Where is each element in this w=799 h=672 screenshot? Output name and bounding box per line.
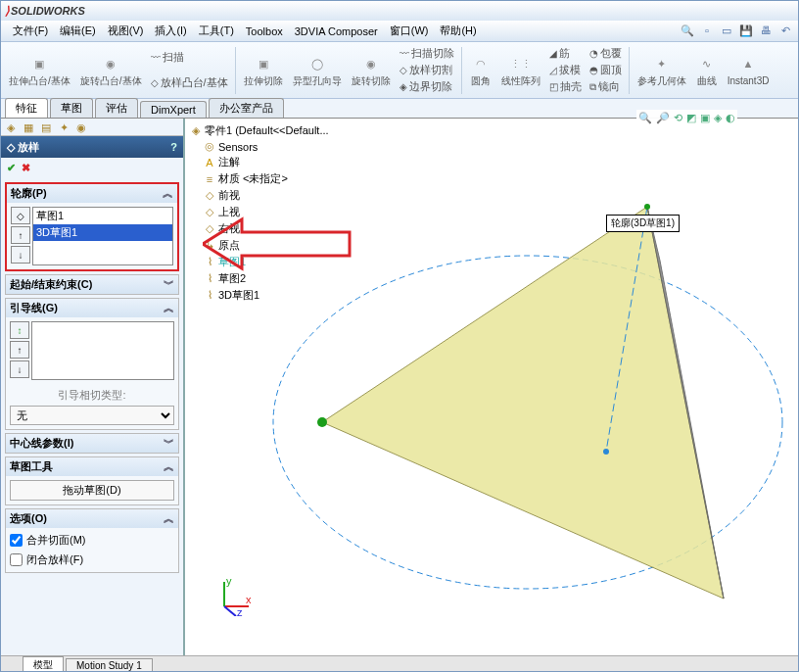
close-loft-checkbox[interactable]: 闭合放样(F) <box>10 552 174 568</box>
revolve-cut-icon: ◉ <box>361 54 381 73</box>
dome-button[interactable]: ◓ 圆顶 <box>587 62 625 78</box>
guide-up-button[interactable]: ↑ <box>10 341 29 359</box>
instant3d-button[interactable]: ▲Instant3D <box>724 45 774 96</box>
display-mgr-icon[interactable]: ◉ <box>73 120 89 134</box>
fillet-icon: ◠ <box>471 54 491 73</box>
pm-title: 放样 <box>18 140 39 155</box>
svg-point-5 <box>603 449 609 455</box>
move-up-button[interactable]: ↑ <box>11 226 30 244</box>
tab-office[interactable]: 办公室产品 <box>209 98 284 118</box>
guide-group: 引导线(G)︽ ↕ ↑ ↓ 引导相切类型: 无 <box>5 298 179 430</box>
profile-item-1[interactable]: 草图1 <box>33 208 172 224</box>
mirror-button[interactable]: ⧉ 镜向 <box>587 78 625 95</box>
curves-button[interactable]: ∿曲线 <box>692 45 722 96</box>
pm-confirm-bar: ✔ ✖ <box>1 158 183 177</box>
svg-marker-2 <box>322 207 724 599</box>
view-triad: x y z <box>214 577 254 616</box>
sketch-tools-header[interactable]: 草图工具︽ <box>6 457 178 476</box>
profile-item-2[interactable]: 3D草图1 <box>33 224 172 241</box>
drag-sketch-button[interactable]: 拖动草图(D) <box>10 480 174 501</box>
print-icon[interactable]: 🖶 <box>759 24 773 37</box>
menu-view[interactable]: 视图(V) <box>102 22 150 40</box>
loft-cut-button[interactable]: ◇ 放样切割 <box>397 62 457 78</box>
start-end-header[interactable]: 起始/结束约束(C)︾ <box>6 275 178 294</box>
tab-sketch[interactable]: 草图 <box>50 98 93 118</box>
tab-dimxpert[interactable]: DimXpert <box>140 101 207 118</box>
menu-3dvia[interactable]: 3DVIA Composer <box>289 24 384 39</box>
sweep-cut-button[interactable]: 〰 扫描切除 <box>397 45 457 62</box>
menu-edit[interactable]: 编辑(E) <box>54 22 102 40</box>
options-header[interactable]: 选项(O)︽ <box>6 509 178 528</box>
linear-pattern-button[interactable]: ⋮⋮线性阵列 <box>497 45 544 96</box>
graphics-viewport[interactable]: 🔍 🔎 ⟲ ◩ ▣ ◈ ◐ ◈零件1 (Default<<Default... … <box>185 119 798 655</box>
profile-diamond-button[interactable]: ◇ <box>11 207 30 224</box>
tab-evaluate[interactable]: 评估 <box>95 98 138 118</box>
guide-icon-button[interactable]: ↕ <box>10 321 29 339</box>
merge-tangent-checkbox[interactable]: 合并切面(M) <box>10 532 174 549</box>
rib-button[interactable]: ◢ 筋 <box>546 45 585 62</box>
svg-text:y: y <box>226 577 232 587</box>
open-icon[interactable]: ▭ <box>720 24 733 37</box>
expand-icon: ︾ <box>164 436 174 451</box>
menu-help[interactable]: 帮助(H) <box>434 22 482 40</box>
menu-toolbox[interactable]: Toolbox <box>240 24 289 39</box>
panel-tab-icons: ◈ ▦ ▤ ✦ ◉ <box>1 119 183 136</box>
shell-button[interactable]: ◰ 抽壳 <box>546 78 585 95</box>
save-icon[interactable]: 💾 <box>739 24 753 37</box>
guide-tangent-select[interactable]: 无 <box>10 406 174 425</box>
cancel-button[interactable]: ✖ <box>22 162 30 174</box>
svg-point-6 <box>317 417 327 427</box>
collapse-icon: ︽ <box>163 186 173 201</box>
undo-icon[interactable]: ↶ <box>778 24 792 37</box>
guide-header[interactable]: 引导线(G)︽ <box>6 299 178 317</box>
dimxpert-mgr-icon[interactable]: ✦ <box>56 120 71 134</box>
guide-tangent-label: 引导相切类型: <box>10 388 174 403</box>
move-down-button[interactable]: ↓ <box>11 246 30 264</box>
help-icon[interactable]: ? <box>170 141 177 153</box>
quick-access-toolbar: 🔍 ▫ ▭ 💾 🖶 ↶ <box>681 24 792 37</box>
property-manager-panel: ◈ ▦ ▤ ✦ ◉ ◇ 放样 ? ✔ ✖ 轮廓(P)︽ ◇ ↑ ↓ <box>1 119 185 655</box>
start-end-group: 起始/结束约束(C)︾ <box>5 274 179 295</box>
bottom-tabs: 模型 Motion Study 1 <box>1 655 798 672</box>
profile-group: 轮廓(P)︽ ◇ ↑ ↓ 草图1 3D草图1 <box>5 182 179 271</box>
search-icon[interactable]: 🔍 <box>681 24 694 37</box>
sweep-button[interactable]: 〰 扫描 <box>148 49 231 66</box>
revolve-cut-button[interactable]: ◉旋转切除 <box>348 45 395 96</box>
svg-text:x: x <box>246 594 252 605</box>
loft-boss-button[interactable]: ◇ 放样凸台/基体 <box>148 74 231 91</box>
menu-bar: 文件(F) 编辑(E) 视图(V) 插入(I) 工具(T) Toolbox 3D… <box>1 21 798 42</box>
ribbon: ▣拉伸凸台/基体 ◉旋转凸台/基体 〰 扫描 ◇ 放样凸台/基体 ▣拉伸切除 ◯… <box>1 42 798 99</box>
profile-group-header[interactable]: 轮廓(P)︽ <box>7 184 177 203</box>
profile-callout-label[interactable]: 轮廓(3D草图1) <box>606 215 680 232</box>
profile-listbox[interactable]: 草图1 3D草图1 <box>32 207 173 265</box>
tab-features[interactable]: 特征 <box>5 98 48 118</box>
feature-tree-icon[interactable]: ◈ <box>3 120 19 134</box>
fillet-button[interactable]: ◠圆角 <box>466 45 495 96</box>
property-mgr-icon[interactable]: ▦ <box>21 120 36 134</box>
collapse-icon: ︽ <box>164 459 174 474</box>
pm-title-bar: ◇ 放样 ? <box>1 136 183 158</box>
menu-window[interactable]: 窗口(W) <box>384 22 435 40</box>
centerline-header[interactable]: 中心线参数(I)︾ <box>6 434 178 453</box>
svg-point-7 <box>644 204 650 210</box>
new-icon[interactable]: ▫ <box>700 24 714 37</box>
menu-tools[interactable]: 工具(T) <box>193 22 240 40</box>
loft-icon: ◇ <box>7 141 15 154</box>
draft-button[interactable]: ◿ 拔模 <box>546 62 585 78</box>
revolve-boss-button[interactable]: ◉旋转凸台/基体 <box>76 45 146 96</box>
wrap-button[interactable]: ◔ 包覆 <box>587 45 625 62</box>
menu-file[interactable]: 文件(F) <box>7 22 54 40</box>
motion-study-tab[interactable]: Motion Study 1 <box>66 658 153 673</box>
hole-wizard-button[interactable]: ◯异型孔向导 <box>289 45 346 96</box>
boundary-cut-button[interactable]: ◈ 边界切除 <box>397 78 457 95</box>
menu-insert[interactable]: 插入(I) <box>149 22 192 40</box>
guide-listbox[interactable] <box>31 321 174 380</box>
guide-down-button[interactable]: ↓ <box>10 360 29 378</box>
extrude-cut-button[interactable]: ▣拉伸切除 <box>240 45 287 96</box>
ok-button[interactable]: ✔ <box>7 162 16 174</box>
model-tab[interactable]: 模型 <box>23 656 64 672</box>
config-mgr-icon[interactable]: ▤ <box>38 120 54 134</box>
ref-geometry-button[interactable]: ✦参考几何体 <box>634 45 690 96</box>
app-logo: SOLIDWORKS <box>5 4 85 18</box>
extrude-boss-button[interactable]: ▣拉伸凸台/基体 <box>5 45 74 96</box>
